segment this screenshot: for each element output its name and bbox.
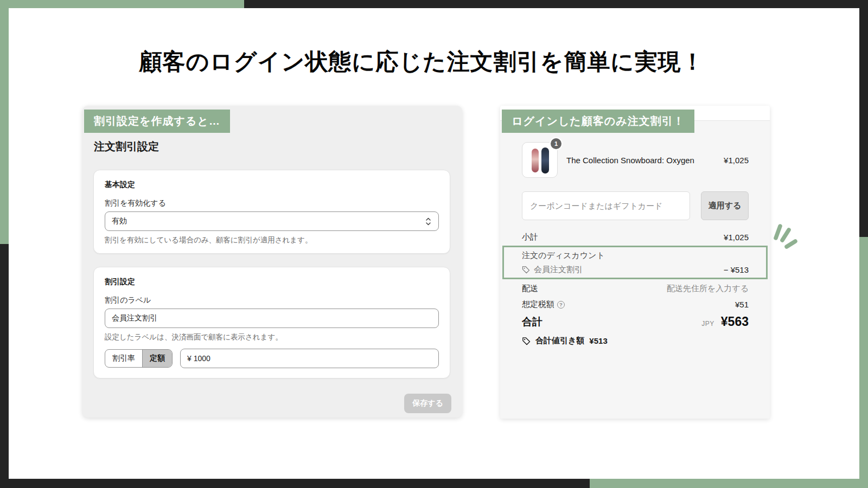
admin-panel-heading: 注文割引設定 [94,139,159,154]
discount-amount-row: 割引率 定額 [105,349,439,368]
tax-label-wrap: 想定税額 ? [522,299,565,310]
order-discount-name-wrap: 会員注文割引 [522,265,583,275]
frame-left-green [0,0,9,244]
enable-discount-select[interactable]: 有効 [105,211,439,231]
frame-right-green [859,237,868,488]
product-name: The Collection Snowboard: Oxygen [566,156,694,165]
admin-panel-badge: 割引設定を作成すると… [84,110,230,133]
currency-code: JPY [701,320,714,328]
discount-settings-card: 割引設定 割引のラベル 設定したラベルは、決済画面で顧客に表示されます。 割引率… [93,267,450,378]
tax-value: ¥51 [735,300,749,309]
admin-settings-panel: 割引設定を作成すると… 注文割引設定 基本設定 割引を有効化する 有効 割引を有… [82,106,462,418]
tax-row: 想定税額 ? ¥51 [522,299,749,310]
frame-top-green [0,0,244,8]
coupon-row: 適用する [522,191,749,220]
frame-bottom-green [590,479,868,488]
basic-settings-card: 基本設定 割引を有効化する 有効 割引を有効にしている場合のみ、顧客に割引が適用… [93,170,450,254]
discount-type-option-fixed[interactable]: 定額 [142,350,172,367]
chevron-up-down-icon [425,217,432,226]
tag-icon [522,266,530,274]
order-discount-section-label: 注文のディスカウント [522,251,749,261]
discount-type-segmented-control: 割引率 定額 [105,349,173,368]
total-label: 合計 [522,315,542,329]
product-row: 1 The Collection Snowboard: Oxygen ¥1,02… [522,142,749,178]
frame-bottom-dark [0,479,590,488]
discount-label-input[interactable] [105,309,439,328]
discount-settings-title: 割引設定 [105,277,439,287]
frame-right-dark [859,0,868,237]
frame-top-dark [244,0,868,8]
total-value: ¥563 [721,314,749,329]
total-discount-value: ¥513 [589,336,607,345]
total-row: 合計 JPY ¥563 [522,314,749,329]
apply-coupon-button[interactable]: 適用する [701,191,749,220]
discount-tag-icon [522,337,531,345]
subtotal-label: 小計 [522,232,538,242]
checkout-panel-badge: ログインした顧客のみ注文割引！ [502,110,694,133]
subtotal-row: 小計 ¥1,025 [522,232,749,242]
snowboard-image-left [532,149,539,172]
total-value-wrap: JPY ¥563 [701,314,749,329]
save-button[interactable]: 保存する [404,394,451,413]
discount-amount-input[interactable] [180,349,439,368]
discount-label-helper: 設定したラベルは、決済画面で顧客に表示されます。 [105,332,439,342]
tax-label: 想定税額 [522,299,554,310]
order-discount-line: 会員注文割引 − ¥513 [522,265,749,275]
basic-settings-title: 基本設定 [105,180,439,190]
enable-discount-label: 割引を有効化する [105,198,439,208]
subtotal-value: ¥1,025 [724,233,749,242]
product-thumbnail: 1 [522,142,558,178]
shipping-label: 配送 [522,284,538,294]
order-discount-name: 会員注文割引 [534,265,583,275]
frame-left-dark [0,244,9,488]
page-canvas: { "colors": { "green": "#8FB091", "dark"… [0,0,868,488]
shipping-row: 配送 配送先住所を入力する [522,284,749,294]
discount-label-field-label: 割引のラベル [105,296,439,305]
discount-type-option-rate[interactable]: 割引率 [105,350,142,367]
snowboard-image-right [541,147,549,174]
shipping-value: 配送先住所を入力する [667,284,749,294]
burst-lines-icon [773,224,797,255]
coupon-code-input[interactable] [522,191,690,220]
question-icon[interactable]: ? [557,301,565,309]
page-title: 顧客のログイン状態に応じた注文割引を簡単に実現！ [0,47,844,77]
enable-discount-select-value: 有効 [112,216,127,226]
order-discount-highlight-box: 注文のディスカウント 会員注文割引 − ¥513 [502,246,768,279]
order-discount-value: − ¥513 [724,265,749,274]
total-discount-row: 合計値引き額 ¥513 [522,336,608,346]
total-discount-label: 合計値引き額 [535,336,584,346]
checkout-panel: ログインした顧客のみ注文割引！ 1 The Collection Snowboa… [500,106,770,419]
product-price: ¥1,025 [724,156,749,165]
enable-discount-helper: 割引を有効にしている場合のみ、顧客に割引が適用されます。 [105,235,439,245]
quantity-badge: 1 [550,137,563,150]
